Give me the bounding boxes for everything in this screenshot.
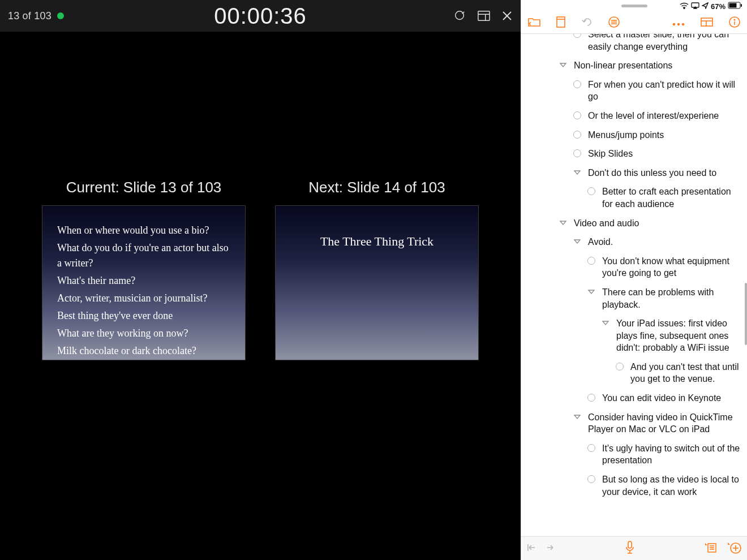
outline-text[interactable]: Non-linear presentations [574,59,672,72]
disclosure-triangle-icon[interactable] [587,288,595,296]
bullet-circle-icon [587,257,595,265]
bullet-circle-icon [587,444,595,452]
outline-text[interactable]: Or the level of interest/experiene [588,110,719,122]
disclosure-triangle-icon[interactable] [559,61,567,69]
outline-row[interactable]: Video and audio [521,214,747,233]
more-icon[interactable] [672,18,685,28]
add-row-icon[interactable] [727,541,741,556]
presenter-timer: 00:00:36 [214,3,307,29]
outline-text[interactable]: Menus/jump points [588,129,664,141]
airplay-icon [691,2,699,11]
outline-row[interactable]: It's ugly having to switch out of the pr… [521,439,747,470]
outline-row[interactable]: For when you can't predict how it will g… [521,75,747,106]
next-sibling-icon[interactable] [545,543,555,554]
outline-text[interactable]: Video and audio [574,217,639,230]
outline-row[interactable]: Skip Slides [521,144,747,163]
bullet-circle-icon [573,149,581,157]
presenter-toolbar: 13 of 103 00:00:36 [0,0,521,32]
outline-row[interactable]: Don't do this unless you need to [521,163,747,183]
slide-line: Best thing they've ever done [57,308,230,324]
outline-text[interactable]: Avoid. [588,236,613,248]
drag-handle-icon[interactable] [621,5,647,7]
bullet-circle-icon [587,394,595,402]
outline-text[interactable]: For when you can't predict how it will g… [588,79,741,103]
svg-point-17 [673,23,675,25]
info-icon[interactable] [729,16,740,30]
slide-line: What's their name? [57,273,230,288]
outline-row[interactable]: There can be problems with playback. [521,283,747,314]
outline-row[interactable]: Your iPad issues: first video plays fine… [521,314,747,357]
outline-row[interactable]: Menus/jump points [521,126,747,145]
outline-text[interactable]: Skip Slides [588,148,633,160]
outline-text[interactable]: Consider having video in QuickTime Playe… [588,411,741,436]
slide-counter: 13 of 103 [8,10,51,22]
outline-row[interactable]: But so long as the video is local to you… [521,470,747,501]
bottom-toolbar [521,536,747,560]
disclosure-triangle-icon[interactable] [573,238,581,245]
disclosure-triangle-icon[interactable] [602,319,609,327]
svg-rect-1 [478,11,490,21]
battery-percent: 67% [711,2,725,11]
presenter-view: 13 of 103 00:00:36 Current: Slide 13 of [0,0,521,560]
outline-text[interactable]: Don't do this unless you need to [588,167,716,179]
outline-text[interactable]: Better to craft each presentation for ea… [602,186,741,210]
layout-icon[interactable] [478,10,490,21]
svg-point-18 [677,23,680,25]
current-slide-label: Current: Slide 13 of 103 [42,179,246,196]
outline-row[interactable]: Non-linear presentations [521,56,747,75]
outline-row[interactable]: You don't know what equipment you're goi… [521,252,747,283]
outline-row[interactable]: Better to craft each presentation for ea… [521,182,747,213]
recording-indicator-icon [57,12,64,19]
svg-rect-27 [628,541,632,548]
outline-row[interactable]: Avoid. [521,232,747,252]
outline-text[interactable]: You don't know what equipment you're goi… [602,255,741,279]
current-slide-preview[interactable]: When or where would you use a bio?What d… [42,205,246,360]
svg-rect-11 [557,17,565,27]
outline-row[interactable]: And you can't test that until you get to… [521,357,747,389]
prev-sibling-icon[interactable] [527,543,537,554]
outline-list[interactable]: Select a master slide, then you can easi… [521,34,747,536]
outline-row[interactable]: Or the level of interest/experiene [521,106,747,126]
bullet-circle-icon [587,187,595,195]
next-slide-preview[interactable]: The Three Thing Trick [275,205,479,360]
outline-text[interactable]: Select a master slide, then you can easi… [588,34,741,53]
slide-line: Milk chocolate or dark chocolate? [57,343,230,359]
scrollbar-thumb[interactable] [745,283,747,345]
bullet-circle-icon [587,475,595,483]
outline-text[interactable]: Your iPad issues: first video plays fine… [616,317,741,354]
notes-toggle-icon[interactable] [704,542,719,555]
outline-text[interactable]: It's ugly having to switch out of the pr… [602,442,741,467]
outline-app: 67% [521,0,747,560]
undo-icon[interactable] [581,16,593,30]
battery-icon [728,2,742,11]
outline-style-icon[interactable] [608,16,620,30]
disclosure-triangle-icon[interactable] [559,219,567,227]
slide-line: When or where would you use a bio? [57,223,230,238]
outline-text[interactable]: And you can't test that until you get to… [630,361,741,385]
outline-text[interactable]: But so long as the video is local to you… [602,473,741,498]
svg-point-0 [456,11,464,20]
annotate-icon[interactable] [454,10,466,22]
svg-rect-10 [741,4,742,7]
bullet-circle-icon [573,131,581,139]
bullet-circle-icon [573,34,581,38]
outline-row[interactable]: Select a master slide, then you can easi… [521,34,747,56]
disclosure-triangle-icon[interactable] [573,413,581,421]
document-icon[interactable] [556,16,565,30]
disclosure-triangle-icon[interactable] [573,169,581,176]
microphone-icon[interactable] [625,541,635,557]
documents-icon[interactable] [528,17,540,29]
outline-text[interactable]: There can be problems with playback. [602,286,741,311]
slide-line: What do you do if you're an actor but al… [57,240,230,271]
outline-row[interactable]: Consider having video in QuickTime Playe… [521,408,747,439]
outline-text[interactable]: You can edit video in Keynote [602,392,721,404]
next-slide-title: The Three Thing Trick [320,234,433,249]
view-icon[interactable] [701,18,713,29]
bullet-circle-icon [616,363,624,371]
location-icon [702,2,709,11]
svg-point-19 [682,23,684,25]
next-slide-label: Next: Slide 14 of 103 [275,179,479,196]
outline-row[interactable]: You can edit video in Keynote [521,389,747,408]
close-icon[interactable] [501,10,513,21]
wifi-icon [680,2,689,11]
